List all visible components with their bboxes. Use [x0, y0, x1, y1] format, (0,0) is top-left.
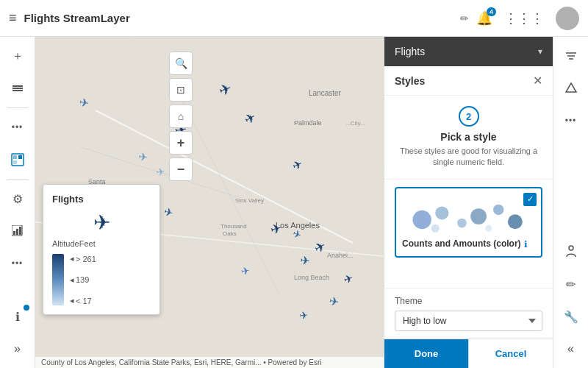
notification-badge: 4	[487, 7, 496, 16]
map-search-button[interactable]: 🔍	[169, 52, 193, 75]
legend-title: Flights	[52, 194, 151, 205]
theme-label: Theme	[395, 296, 542, 306]
sidebar-more-icon[interactable]: •••	[4, 114, 31, 141]
legend-arrow-mid: ◂	[70, 275, 74, 285]
far-right-draw-icon[interactable]	[558, 75, 584, 102]
styles-header: Styles ✕	[384, 66, 553, 96]
edit-title-icon[interactable]: ✏	[460, 13, 469, 24]
legend-val-low: ◂ < 17	[70, 296, 96, 305]
header-right-actions: 🔔 4 ⋮⋮⋮	[476, 7, 579, 30]
map-attribution: County of Los Angeles, California State …	[35, 357, 384, 368]
svg-point-32	[412, 210, 431, 229]
style-card-info-row: Counts and Amounts (color) ℹ	[402, 238, 535, 250]
map-zoom-out-button[interactable]: −	[169, 158, 193, 181]
far-right-more-icon[interactable]: •••	[558, 107, 584, 134]
map-home-button[interactable]: ⌂	[169, 105, 193, 128]
svg-rect-10	[19, 227, 21, 235]
right-panel: Flights ▾ Styles ✕ 2 Pick a style These …	[384, 37, 553, 368]
user-avatar[interactable]	[556, 7, 579, 30]
svg-point-35	[470, 208, 487, 224]
panel-footer: Done Cancel	[384, 339, 553, 368]
sidebar-more2-icon[interactable]: •••	[4, 250, 31, 277]
notifications-bell[interactable]: 🔔 4	[476, 10, 492, 26]
avatar-image	[556, 7, 579, 30]
legend-val-high: ◂ > 261	[70, 254, 96, 263]
map-zoom-in-button[interactable]: +	[169, 131, 193, 155]
step-circle: 2	[459, 106, 479, 127]
svg-point-37	[508, 214, 523, 229]
airplane-5: ✈	[137, 150, 148, 164]
apps-grid-icon[interactable]: ⋮⋮⋮	[504, 10, 544, 26]
style-card-name: Counts and Amounts (color)	[402, 238, 521, 249]
legend-color-bar	[52, 254, 64, 305]
pick-style-title: Pick a style	[440, 131, 496, 143]
sidebar-chart-icon[interactable]	[4, 218, 31, 244]
app-title: Flights StreamLayer	[24, 12, 453, 24]
theme-section: Theme High to low Low to high Above and …	[384, 288, 553, 339]
sidebar-divider-1	[7, 107, 28, 108]
menu-icon[interactable]: ≡	[9, 10, 17, 26]
svg-point-36	[493, 204, 503, 214]
svg-text:Oaks: Oaks	[223, 230, 237, 237]
style-card-section: ✓ Counts and Amounts (colo	[384, 180, 553, 288]
airplane-13: ✈	[240, 264, 251, 277]
svg-point-38	[431, 224, 440, 233]
legend-arrow-low: ◂	[70, 296, 74, 305]
svg-rect-2	[12, 90, 23, 91]
panel-header-chevron[interactable]: ▾	[538, 46, 542, 57]
sidebar-collapse-icon[interactable]: »	[4, 336, 31, 362]
map-screen-button[interactable]: ⊡	[169, 78, 193, 102]
svg-point-34	[457, 218, 467, 227]
svg-rect-4	[13, 155, 17, 159]
app-header: ≡ Flights StreamLayer ✏ 🔔 4 ⋮⋮⋮	[0, 0, 588, 37]
sidebar-layers-icon[interactable]	[4, 75, 31, 102]
bubble-chart	[402, 194, 535, 238]
far-right-figure-icon[interactable]	[558, 238, 584, 265]
legend-values: ◂ > 261 ◂ 139 ◂ < 17	[70, 254, 96, 305]
sidebar-add-button[interactable]: ＋	[4, 43, 31, 69]
svg-text:...City...: ...City...	[345, 120, 365, 127]
sidebar-info-icon[interactable]: ℹ	[4, 303, 31, 330]
far-right-tool-icon[interactable]: 🔧	[558, 303, 584, 330]
sidebar-settings-icon[interactable]: ⚙	[4, 185, 31, 212]
map-area[interactable]: Lancaster Palmdale Santa Barbara Santa C…	[35, 37, 384, 368]
svg-text:Anahei...: Anahei...	[327, 252, 354, 259]
attribution-text: County of Los Angeles, California State …	[41, 358, 321, 367]
info-badge	[24, 305, 29, 311]
svg-text:Long Beach: Long Beach	[294, 274, 329, 281]
cancel-button[interactable]: Cancel	[468, 339, 553, 368]
styles-close-button[interactable]: ✕	[533, 74, 542, 88]
svg-text:Palmdale: Palmdale	[294, 119, 322, 127]
sidebar-map-icon[interactable]	[4, 146, 31, 173]
theme-select[interactable]: High to low Low to high Above and below	[395, 311, 542, 331]
airplane-12: ✈	[299, 253, 310, 268]
svg-rect-6	[13, 160, 17, 164]
panel-header: Flights ▾	[384, 37, 553, 66]
svg-text:Thousand: Thousand	[220, 223, 247, 230]
styles-title: Styles	[395, 75, 425, 87]
legend-arrow-high: ◂	[70, 254, 74, 263]
svg-rect-8	[13, 231, 15, 235]
panel-header-label: Flights	[395, 46, 425, 57]
svg-rect-9	[16, 229, 18, 235]
svg-text:Lancaster: Lancaster	[309, 89, 342, 97]
legend-airplane-icon: ✈	[52, 210, 151, 235]
style-card-info-icon[interactable]: ℹ	[524, 239, 528, 250]
far-right-collapse-icon[interactable]: «	[558, 336, 584, 362]
pick-style-desc: These styles are good for visualizing a …	[395, 146, 542, 169]
style-card-counts-amounts[interactable]: ✓ Counts and Amounts (colo	[395, 187, 542, 258]
svg-rect-0	[12, 85, 23, 87]
svg-rect-5	[18, 155, 22, 159]
far-right-filter-icon[interactable]	[558, 43, 584, 69]
legend-field: AltitudeFeet	[52, 239, 151, 248]
far-right-edit-icon[interactable]: ✏	[558, 271, 584, 297]
svg-point-39	[485, 225, 492, 232]
main-area: ＋ ••• ⚙	[0, 37, 588, 368]
legend-val-mid: ◂ 139	[70, 275, 96, 285]
done-button[interactable]: Done	[384, 339, 468, 368]
map-controls: 🔍 ⊡ ⌂ + −	[169, 52, 193, 181]
airplane-6: ✈	[156, 166, 165, 178]
bubble-preview	[402, 194, 535, 238]
airplane-16: ✈	[299, 309, 309, 322]
flights-legend: Flights ✈ AltitudeFeet ◂ > 261 ◂ 139 ◂	[43, 184, 160, 315]
